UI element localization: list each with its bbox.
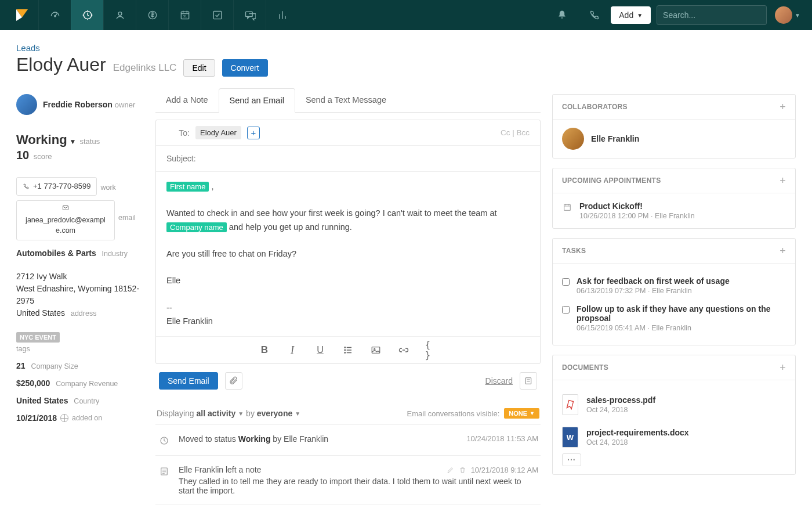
add-document-button[interactable]: + <box>780 362 786 373</box>
document-row[interactable]: W project-requirements.docx Oct 24, 2018 <box>562 421 786 453</box>
deals-icon[interactable] <box>136 0 168 30</box>
contacts-icon[interactable] <box>103 0 136 30</box>
collaborator-row[interactable]: Elle Franklin <box>562 128 786 150</box>
tab-text[interactable]: Send a Text Message <box>295 88 397 112</box>
filter-by: by <box>246 409 255 418</box>
email-body[interactable]: First name , Wanted to check in and see … <box>156 172 540 336</box>
collaborator-name: Elle Franklin <box>591 134 639 143</box>
task-title[interactable]: Ask for feedback on first week of usage <box>577 276 730 286</box>
task-row: Follow up to ask if they have any questi… <box>562 300 786 337</box>
code-button[interactable]: { } <box>425 344 438 356</box>
phone-value: +1 773-770-8599 <box>33 181 90 192</box>
appointments-heading: UPCOMING APPOINTMENTS <box>562 176 661 185</box>
owner-avatar <box>16 94 37 115</box>
convert-button[interactable]: Convert <box>222 59 268 77</box>
attachment-button[interactable] <box>225 372 242 390</box>
add-appointment-button[interactable]: + <box>780 175 786 186</box>
owner-row[interactable]: Freddie Robersonowner <box>16 94 144 115</box>
body-line3: Are you still free to chat on Friday? <box>166 249 296 258</box>
feed-filter: Displaying all activity▼ by everyone▼ Em… <box>155 398 541 424</box>
breadcrumb[interactable]: Leads <box>16 43 796 53</box>
visibility-pill[interactable]: NONE▼ <box>504 408 539 419</box>
to-row: To: Elody Auer + Cc | Bcc <box>156 120 540 146</box>
italic-button[interactable]: I <box>286 344 299 356</box>
phone-pill[interactable]: +1 773-770-8599 <box>16 177 97 196</box>
add-collaborator-button[interactable]: + <box>780 102 786 112</box>
appointment-meta: 10/26/2018 12:00 PM · Elle Franklin <box>579 212 695 220</box>
feed-item-created: Elody Auer added by Elle Franklin 10/21/… <box>155 505 541 508</box>
recipient-chip[interactable]: Elody Auer <box>195 126 241 139</box>
filter-activity[interactable]: all activity <box>196 409 235 418</box>
task-title[interactable]: Follow up to ask if they have any questi… <box>577 304 786 323</box>
collaborators-card: COLLABORATORS+ Elle Franklin <box>552 94 796 158</box>
note-body: They called in to tell me they are ready… <box>179 477 538 495</box>
add-button[interactable]: Add▼ <box>611 6 651 24</box>
appointment-row[interactable]: Product Kickoff! 10/26/2018 12:00 PM · E… <box>562 201 786 220</box>
caret-down-icon: ▼ <box>238 410 244 417</box>
right-sidebar: COLLABORATORS+ Elle Franklin UPCOMING AP… <box>552 82 796 484</box>
underline-button[interactable]: U <box>314 344 327 356</box>
note-icon <box>158 465 171 495</box>
list-button[interactable] <box>342 344 354 356</box>
bell-icon[interactable] <box>546 0 578 30</box>
feed-item-note: Elle Franklin left a note 10/21/2018 9:1… <box>155 455 541 505</box>
svg-rect-6 <box>213 11 221 19</box>
app-logo[interactable] <box>13 6 31 24</box>
phone-icon[interactable] <box>578 0 611 30</box>
document-row[interactable]: sales-process.pdf Oct 24, 2018 <box>562 388 786 421</box>
search-box[interactable] <box>657 5 767 25</box>
email-pill[interactable]: janea_predovic@example.com <box>16 200 115 241</box>
subject-row[interactable]: Subject: <box>156 146 540 172</box>
task-checkbox[interactable] <box>562 278 570 286</box>
calendar-icon[interactable]: 31 <box>168 0 201 30</box>
globe-icon <box>60 414 68 422</box>
editor-toolbar: B I U { } <box>156 336 540 363</box>
revenue-value: $250,000 <box>16 379 50 388</box>
filter-who[interactable]: everyone <box>257 409 292 418</box>
composer-actions: Send Email Discard <box>155 364 541 398</box>
reports-icon[interactable] <box>266 0 298 30</box>
user-menu-caret[interactable]: ▼ <box>795 12 800 19</box>
appointment-title: Product Kickoff! <box>579 201 695 211</box>
discard-link[interactable]: Discard <box>485 376 513 385</box>
company-token[interactable]: Company name <box>166 222 227 232</box>
task-row: Ask for feedback on first week of usage … <box>562 272 786 300</box>
visibility-value: NONE <box>509 410 527 417</box>
link-button[interactable] <box>397 344 410 356</box>
tab-email[interactable]: Send an Email <box>219 88 295 113</box>
tasks-icon[interactable] <box>201 0 233 30</box>
search-input[interactable] <box>663 10 764 20</box>
tab-note[interactable]: Add a Note <box>155 88 219 112</box>
bold-button[interactable]: B <box>258 344 271 356</box>
dashboard-icon[interactable] <box>38 0 71 30</box>
tag-badge[interactable]: NYC EVENT <box>16 332 60 343</box>
more-documents-button[interactable]: ··· <box>562 453 581 466</box>
user-avatar[interactable] <box>775 6 792 24</box>
owner-role: owner <box>115 100 135 109</box>
send-email-button[interactable]: Send Email <box>159 372 218 390</box>
feed-item-status: Moved to status Working by Elle Franklin… <box>155 424 541 455</box>
filter-displaying: Displaying <box>157 409 194 418</box>
add-recipient-button[interactable]: + <box>247 127 260 139</box>
owner-name: Freddie Roberson <box>43 100 113 109</box>
task-checkbox[interactable] <box>562 306 570 314</box>
lead-name: Elody Auer <box>16 54 106 75</box>
status-label: status <box>79 137 100 146</box>
appointments-card: UPCOMING APPOINTMENTS+ Product Kickoff! … <box>552 168 796 229</box>
status-selector[interactable]: Working▼status <box>16 132 144 147</box>
image-button[interactable] <box>369 344 382 356</box>
calendar-icon <box>562 201 572 212</box>
template-button[interactable] <box>520 372 537 390</box>
trash-icon[interactable] <box>459 466 466 474</box>
add-task-button[interactable]: + <box>780 246 786 256</box>
pencil-icon[interactable] <box>447 466 454 474</box>
edit-button[interactable]: Edit <box>183 59 215 77</box>
cc-bcc-toggle[interactable]: Cc | Bcc <box>501 128 530 137</box>
conversations-icon[interactable] <box>233 0 266 30</box>
leads-icon[interactable] <box>71 0 103 30</box>
firstname-token[interactable]: First name <box>166 182 209 192</box>
task-meta: 06/15/2019 05:41 AM · Elle Franklin <box>577 324 786 332</box>
add-button-label: Add <box>619 10 633 20</box>
email-value: janea_predovic@example.com <box>23 215 108 237</box>
status-value: Working <box>16 132 67 147</box>
